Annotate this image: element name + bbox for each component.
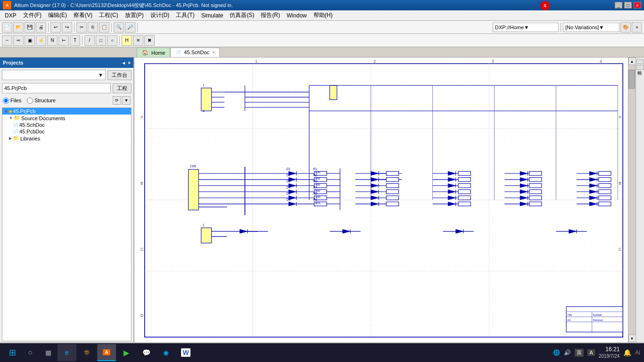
right-panel-btn-2[interactable]: 结构 — [636, 65, 644, 70]
tb2-ellipse[interactable]: ○ — [107, 35, 117, 46]
tb2-wire[interactable]: ╌ — [2, 35, 12, 46]
tb-save[interactable]: 💾 — [25, 22, 35, 33]
tb2-line[interactable]: / — [84, 35, 95, 46]
svg-rect-149 — [529, 178, 542, 182]
schematic-canvas[interactable]: 1 2 3 4 A B C D A B C D — [134, 58, 628, 342]
svg-rect-23 — [201, 88, 212, 111]
schematic-svg[interactable]: 1 2 3 4 A B C D A B C D — [134, 58, 628, 342]
tb-layer[interactable]: 🎨 — [620, 22, 631, 33]
tb-new[interactable]: 📄 — [2, 22, 12, 33]
menu-sim[interactable]: 仿真器(S) — [227, 10, 257, 20]
tb2-highlight[interactable]: H — [122, 35, 132, 46]
minimize-button[interactable]: _ — [615, 2, 622, 8]
tree-item-project[interactable]: ▼ ■ 45.PrjPcb — [2, 108, 131, 115]
tab-schdoc-label: 45.SchDoc — [184, 49, 209, 55]
menu-place[interactable]: 放置(P) — [122, 10, 147, 20]
tree-item-libraries[interactable]: ▶ 📁 Libraries — [2, 135, 131, 142]
maximize-button[interactable]: □ — [624, 2, 632, 8]
tb2-rect[interactable]: □ — [96, 35, 106, 46]
tab-close-btn[interactable]: × — [212, 50, 215, 55]
tb-open[interactable]: 📂 — [13, 22, 24, 33]
tb2-comp[interactable]: ▣ — [25, 35, 35, 46]
scroll-thumb[interactable] — [628, 70, 635, 89]
search-button[interactable]: ○ — [22, 344, 39, 361]
tree-item-source-docs[interactable]: ▼ 📁 Source Documents — [2, 115, 131, 122]
tray-ime[interactable]: 英 — [575, 349, 584, 357]
tb2-net[interactable]: N — [47, 35, 58, 46]
file-tree: ▼ ■ 45.PrjPcb ▼ 📁 Source Documents 📄 45.… — [2, 107, 132, 341]
menu-view[interactable]: 察看(V) — [71, 10, 95, 20]
tb2-text[interactable]: T — [70, 35, 80, 46]
scroll-up-btn[interactable]: ▲ — [628, 58, 636, 65]
menu-dxp[interactable]: DXP — [2, 11, 19, 20]
right-panel-btn-1[interactable]: 系统 — [636, 59, 644, 64]
radio-files[interactable] — [3, 98, 9, 104]
menu-help[interactable]: 帮助(H) — [311, 10, 336, 20]
start-button[interactable]: ⊞ — [4, 344, 21, 361]
app3-btn[interactable]: ◉ — [157, 344, 175, 361]
huaxia-app-btn[interactable]: 华 — [77, 344, 96, 361]
tb-more[interactable]: » — [632, 22, 642, 33]
tb2-bus[interactable]: ═ — [13, 35, 24, 46]
menu-reports[interactable]: 报告(R) — [258, 10, 283, 20]
browser-app-btn[interactable]: e — [58, 344, 76, 361]
menu-project[interactable]: 工程(C) — [96, 10, 121, 20]
tab-home[interactable]: 🏠 Home — [137, 48, 170, 57]
tb-cut[interactable]: ✂ — [76, 22, 87, 33]
tray-ime2[interactable]: A — [587, 349, 594, 356]
panel-close-btn[interactable]: × — [128, 60, 131, 66]
tb-redo[interactable]: ↪ — [62, 22, 72, 33]
menu-tools[interactable]: 工具(T) — [173, 10, 197, 20]
home-dropdown[interactable]: DXP://Home ▼ — [493, 23, 559, 32]
tb-undo[interactable]: ↩ — [50, 22, 61, 33]
menu-design[interactable]: 设计(D) — [148, 10, 173, 20]
dropdown-arrow2: ▼ — [599, 25, 604, 30]
player-app-btn[interactable]: ▶ — [117, 344, 136, 361]
tree-item-schdoc[interactable]: 📄 45.SchDoc — [2, 122, 131, 128]
tb2-cross2[interactable]: ✖ — [144, 35, 155, 46]
sep3 — [111, 23, 112, 32]
panel-menu-btn[interactable]: ▼ — [122, 96, 131, 105]
clock[interactable]: 16:21 2019/7/24 — [599, 346, 620, 360]
svg-rect-45 — [189, 169, 199, 210]
tb-zoom-out[interactable]: 🔎 — [125, 22, 135, 33]
workspace-dropdown[interactable]: ▼ — [2, 70, 106, 80]
tb-paste[interactable]: 📋 — [99, 22, 109, 33]
workspace-button[interactable]: 工作台 — [107, 70, 132, 80]
notification-icon[interactable]: 🔔 — [623, 349, 631, 356]
taskview-button[interactable]: ▦ — [40, 344, 57, 361]
radio-structure[interactable] — [27, 98, 33, 104]
radio-files-label[interactable]: Files — [3, 98, 21, 104]
svg-text:Number: Number — [593, 313, 603, 316]
tb-zoom-in[interactable]: 🔍 — [114, 22, 124, 33]
panel-pin-btn[interactable]: ◄ — [121, 60, 126, 66]
title-controls[interactable]: _ □ × — [615, 2, 641, 8]
word-app-btn[interactable]: W — [176, 344, 195, 361]
tb-copy[interactable]: ⎘ — [88, 22, 98, 33]
tb2-cross[interactable]: ✕ — [133, 35, 143, 46]
panel-controls[interactable]: ◄ × — [121, 60, 131, 66]
menu-window[interactable]: Window — [284, 11, 310, 20]
close-button[interactable]: × — [634, 2, 641, 8]
scroll-track[interactable] — [628, 65, 636, 335]
menu-file[interactable]: 文件(F) — [20, 10, 44, 20]
menu-simulate[interactable]: Simulate — [198, 11, 226, 20]
variations-dropdown[interactable]: [No Variations] ▼ — [563, 23, 619, 32]
tb-print[interactable]: 🖨 — [36, 22, 46, 33]
project-button[interactable]: 工程 — [113, 83, 132, 93]
tab-schdoc[interactable]: 📄 45.SchDoc × — [170, 48, 220, 57]
project-input[interactable] — [2, 83, 111, 93]
scroll-down-btn[interactable]: ▼ — [628, 335, 636, 342]
tb2-power[interactable]: ⚡ — [36, 35, 46, 46]
svg-text:A4: A4 — [567, 319, 570, 321]
wechat-app-btn[interactable]: 💬 — [137, 344, 156, 361]
altium-app-btn[interactable]: A — [97, 344, 116, 361]
vertical-scrollbar[interactable]: ▲ ▼ — [628, 58, 636, 342]
svg-text:R1: R1 — [314, 167, 318, 171]
tree-item-pcbdoc[interactable]: 📄 45.PcbDoc — [2, 128, 131, 135]
menu-edit[interactable]: 编辑(E) — [45, 10, 70, 20]
panel-refresh-btn[interactable]: ⟳ — [113, 96, 121, 105]
tb2-pin[interactable]: ⊢ — [58, 35, 69, 46]
radio-structure-label[interactable]: Structure — [27, 98, 56, 104]
svg-rect-189 — [599, 202, 611, 206]
